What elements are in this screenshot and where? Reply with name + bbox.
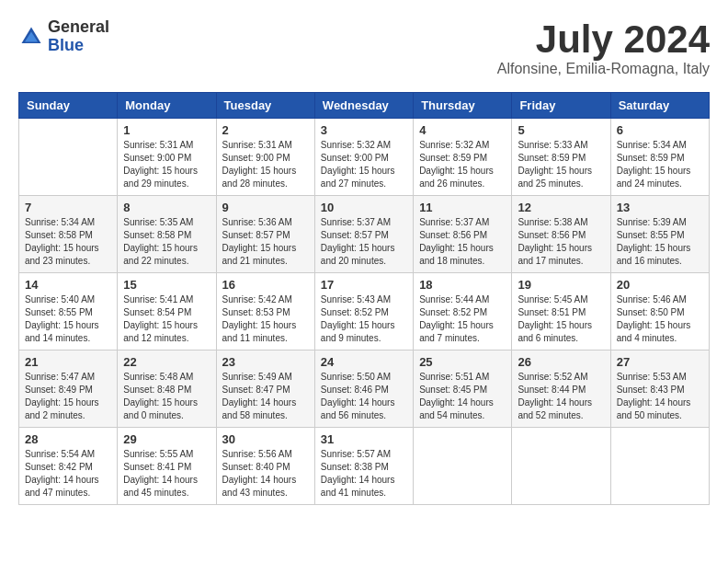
day-info: Sunrise: 5:36 AMSunset: 8:57 PMDaylight:… [222,216,309,268]
logo-blue: Blue [48,37,109,55]
day-number: 22 [123,355,210,369]
header-monday: Monday [118,93,216,119]
day-number: 19 [518,278,604,292]
day-number: 29 [123,432,210,446]
day-info: Sunrise: 5:42 AMSunset: 8:53 PMDaylight:… [222,293,309,345]
day-info: Sunrise: 5:39 AMSunset: 8:55 PMDaylight:… [617,216,703,268]
day-cell: 23Sunrise: 5:49 AMSunset: 8:47 PMDayligh… [216,350,314,428]
title-section: July 2024 Alfonsine, Emilia-Romagna, Ita… [497,18,710,77]
day-cell: 22Sunrise: 5:48 AMSunset: 8:48 PMDayligh… [118,350,216,428]
logo-general: General [48,18,109,37]
day-cell [512,428,610,505]
header: General Blue July 2024 Alfonsine, Emilia… [18,18,710,77]
header-thursday: Thursday [414,93,512,119]
day-info: Sunrise: 5:32 AMSunset: 8:59 PMDaylight:… [419,139,506,190]
header-saturday: Saturday [610,93,709,119]
day-info: Sunrise: 5:31 AMSunset: 9:00 PMDaylight:… [123,139,210,190]
day-cell: 13Sunrise: 5:39 AMSunset: 8:55 PMDayligh… [610,196,709,273]
logo: General Blue [18,18,109,55]
day-number: 31 [321,432,407,446]
day-cell: 4Sunrise: 5:32 AMSunset: 8:59 PMDaylight… [414,119,512,196]
day-number: 25 [419,355,506,369]
day-cell [414,428,512,505]
calendar: SundayMondayTuesdayWednesdayThursdayFrid… [18,92,710,505]
day-number: 4 [419,123,506,137]
day-info: Sunrise: 5:38 AMSunset: 8:56 PMDaylight:… [518,216,604,268]
day-cell: 28Sunrise: 5:54 AMSunset: 8:42 PMDayligh… [19,428,118,505]
day-number: 24 [321,355,407,369]
day-number: 21 [25,355,111,369]
day-cell: 26Sunrise: 5:52 AMSunset: 8:44 PMDayligh… [512,350,610,428]
location: Alfonsine, Emilia-Romagna, Italy [497,61,710,77]
day-number: 3 [321,123,407,137]
day-cell: 3Sunrise: 5:32 AMSunset: 9:00 PMDaylight… [314,119,413,196]
day-number: 14 [25,278,111,292]
day-number: 26 [518,355,604,369]
day-number: 17 [321,278,407,292]
day-cell: 31Sunrise: 5:57 AMSunset: 8:38 PMDayligh… [314,428,413,505]
day-cell: 20Sunrise: 5:46 AMSunset: 8:50 PMDayligh… [610,273,709,350]
day-info: Sunrise: 5:37 AMSunset: 8:56 PMDaylight:… [419,216,506,268]
day-cell: 25Sunrise: 5:51 AMSunset: 8:45 PMDayligh… [414,350,512,428]
week-row-2: 7Sunrise: 5:34 AMSunset: 8:58 PMDaylight… [19,196,710,273]
day-info: Sunrise: 5:33 AMSunset: 8:59 PMDaylight:… [518,139,604,190]
day-number: 2 [222,123,309,137]
day-info: Sunrise: 5:34 AMSunset: 8:58 PMDaylight:… [25,216,111,268]
day-info: Sunrise: 5:54 AMSunset: 8:42 PMDaylight:… [25,448,111,500]
day-info: Sunrise: 5:32 AMSunset: 9:00 PMDaylight:… [321,139,407,190]
day-cell: 17Sunrise: 5:43 AMSunset: 8:52 PMDayligh… [314,273,413,350]
day-info: Sunrise: 5:52 AMSunset: 8:44 PMDaylight:… [518,371,604,422]
day-info: Sunrise: 5:45 AMSunset: 8:51 PMDaylight:… [518,293,604,345]
day-number: 12 [518,201,604,214]
day-info: Sunrise: 5:37 AMSunset: 8:57 PMDaylight:… [321,216,407,268]
day-cell: 16Sunrise: 5:42 AMSunset: 8:53 PMDayligh… [216,273,314,350]
day-cell [610,428,709,505]
day-cell: 29Sunrise: 5:55 AMSunset: 8:41 PMDayligh… [118,428,216,505]
header-sunday: Sunday [19,93,118,119]
header-wednesday: Wednesday [314,93,413,119]
day-number: 23 [222,355,309,369]
day-cell: 14Sunrise: 5:40 AMSunset: 8:55 PMDayligh… [19,273,118,350]
day-cell: 5Sunrise: 5:33 AMSunset: 8:59 PMDaylight… [512,119,610,196]
day-cell: 21Sunrise: 5:47 AMSunset: 8:49 PMDayligh… [19,350,118,428]
day-info: Sunrise: 5:47 AMSunset: 8:49 PMDaylight:… [25,371,111,422]
day-number: 30 [222,432,309,446]
day-number: 1 [123,123,210,137]
day-info: Sunrise: 5:40 AMSunset: 8:55 PMDaylight:… [25,293,111,345]
day-number: 18 [419,278,506,292]
day-cell: 2Sunrise: 5:31 AMSunset: 9:00 PMDaylight… [216,119,314,196]
header-friday: Friday [512,93,610,119]
day-info: Sunrise: 5:48 AMSunset: 8:48 PMDaylight:… [123,371,210,422]
day-cell: 1Sunrise: 5:31 AMSunset: 9:00 PMDaylight… [118,119,216,196]
day-number: 6 [617,123,703,137]
day-cell: 9Sunrise: 5:36 AMSunset: 8:57 PMDaylight… [216,196,314,273]
day-cell: 11Sunrise: 5:37 AMSunset: 8:56 PMDayligh… [414,196,512,273]
week-row-1: 1Sunrise: 5:31 AMSunset: 9:00 PMDaylight… [19,119,710,196]
day-number: 9 [222,201,309,214]
day-number: 10 [321,201,407,214]
month-year: July 2024 [497,18,710,61]
day-info: Sunrise: 5:43 AMSunset: 8:52 PMDaylight:… [321,293,407,345]
day-info: Sunrise: 5:50 AMSunset: 8:46 PMDaylight:… [321,371,407,422]
day-cell: 10Sunrise: 5:37 AMSunset: 8:57 PMDayligh… [314,196,413,273]
day-number: 7 [25,201,111,214]
day-info: Sunrise: 5:41 AMSunset: 8:54 PMDaylight:… [123,293,210,345]
day-info: Sunrise: 5:53 AMSunset: 8:43 PMDaylight:… [617,371,703,422]
day-number: 27 [617,355,703,369]
day-cell: 6Sunrise: 5:34 AMSunset: 8:59 PMDaylight… [610,119,709,196]
logo-text: General Blue [48,18,109,55]
day-cell: 7Sunrise: 5:34 AMSunset: 8:58 PMDaylight… [19,196,118,273]
day-cell [19,119,118,196]
header-tuesday: Tuesday [216,93,314,119]
day-cell: 15Sunrise: 5:41 AMSunset: 8:54 PMDayligh… [118,273,216,350]
week-row-3: 14Sunrise: 5:40 AMSunset: 8:55 PMDayligh… [19,273,710,350]
day-number: 16 [222,278,309,292]
day-cell: 8Sunrise: 5:35 AMSunset: 8:58 PMDaylight… [118,196,216,273]
day-number: 15 [123,278,210,292]
day-info: Sunrise: 5:35 AMSunset: 8:58 PMDaylight:… [123,216,210,268]
day-cell: 12Sunrise: 5:38 AMSunset: 8:56 PMDayligh… [512,196,610,273]
day-cell: 27Sunrise: 5:53 AMSunset: 8:43 PMDayligh… [610,350,709,428]
day-info: Sunrise: 5:57 AMSunset: 8:38 PMDaylight:… [321,448,407,500]
day-number: 11 [419,201,506,214]
day-number: 8 [123,201,210,214]
